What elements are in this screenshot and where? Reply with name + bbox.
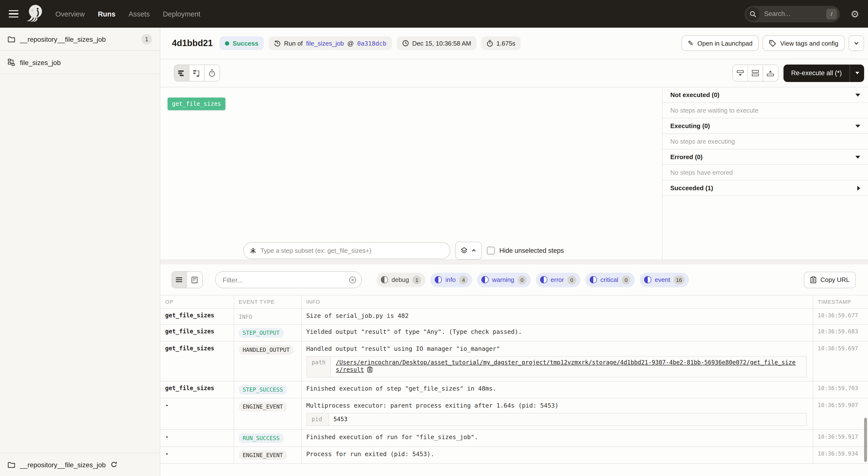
level-toggle-critical[interactable]: critical 0 xyxy=(585,272,635,287)
sidebar-footer-repository[interactable]: __repository__file_sizes_job xyxy=(0,453,160,476)
hide-unselected-checkbox[interactable] xyxy=(487,246,495,255)
tag-icon xyxy=(769,39,776,47)
level-toggle-debug[interactable]: debug 1 xyxy=(376,272,426,287)
left-sidebar: __repository__file_sizes_job 1 file_size… xyxy=(0,28,160,476)
nav-link-runs[interactable]: Runs xyxy=(98,10,116,18)
section-succeeded[interactable]: Succeeded (1) xyxy=(662,180,868,196)
step-subset-input[interactable] xyxy=(260,247,444,254)
search-input[interactable] xyxy=(760,10,826,18)
sidebar-repo-count-badge: 1 xyxy=(141,34,152,44)
nav-link-overview[interactable]: Overview xyxy=(55,10,85,18)
log-structured-view-button[interactable] xyxy=(187,272,202,288)
step-subset-field[interactable] xyxy=(243,242,450,259)
log-scrollbar-thumb[interactable] xyxy=(864,418,867,462)
chevron-down-icon xyxy=(854,40,859,46)
open-in-launchpad-button[interactable]: ✎ Open in Launchpad xyxy=(681,35,759,51)
output-path-link[interactable]: /Users/erincochran/Desktop/asset_tutoria… xyxy=(336,359,796,373)
event-type-badge: STEP_SUCCESS xyxy=(239,385,287,395)
hamburger-menu-icon[interactable] xyxy=(9,10,19,18)
copy-path-icon[interactable] xyxy=(367,366,373,375)
copy-url-button[interactable]: Copy URL xyxy=(804,271,856,288)
column-header-op: OP xyxy=(160,295,234,308)
dagster-logo-icon[interactable] xyxy=(25,3,45,25)
flat-bars-icon xyxy=(178,70,186,76)
log-list-view-button[interactable] xyxy=(172,272,187,288)
level-toggle-info[interactable]: info 4 xyxy=(430,272,472,287)
toggle-icon xyxy=(590,276,597,283)
log-row[interactable]: - ENGINE_EVENT Process for run exited (p… xyxy=(160,447,868,464)
level-count-badge: 16 xyxy=(674,275,685,284)
sidebar-repo-label: __repository__file_sizes_job xyxy=(20,35,106,43)
level-toggle-event[interactable]: event 16 xyxy=(640,272,689,287)
section-executing[interactable]: Executing (0) xyxy=(662,118,868,134)
toggle-icon xyxy=(644,276,651,283)
log-row[interactable]: - RUN_SUCCESS Finished execution of run … xyxy=(160,430,868,447)
sidebar-item-repository[interactable]: __repository__file_sizes_job 1 xyxy=(0,28,160,51)
run-of-pill: Run of file_sizes_job @ 0a318dcb xyxy=(269,36,392,50)
pencil-icon: ✎ xyxy=(688,39,693,47)
folder-icon xyxy=(8,461,15,468)
section-errored[interactable]: Errored (0) xyxy=(662,149,868,165)
metadata-value: 5453 xyxy=(328,413,806,426)
event-type-badge: ENGINE_EVENT xyxy=(239,450,287,460)
column-header-info: INFO xyxy=(301,295,813,308)
gantt-flat-view-button[interactable] xyxy=(175,65,189,81)
log-toolbar: debug 1 info 4 warning 0 xyxy=(160,265,868,288)
gear-icon[interactable]: ⚙ xyxy=(850,9,859,19)
job-graph-icon xyxy=(8,59,15,66)
event-type-badge: HANDLED_OUTPUT xyxy=(239,345,293,355)
view-tags-config-button[interactable]: View tags and config xyxy=(763,35,845,51)
search-shortcut-chip: / xyxy=(826,8,837,19)
log-row[interactable]: get_file_sizes HANDLED_OUTPUT Handled ou… xyxy=(160,341,868,381)
split-panels-button[interactable] xyxy=(748,65,763,81)
reload-icon[interactable] xyxy=(111,462,117,468)
hide-unselected-steps-control[interactable]: Hide unselected steps xyxy=(487,246,564,255)
header-more-actions-button[interactable] xyxy=(848,35,864,51)
gantt-chart-area[interactable]: get_file_sizes Hide unselected steps xyxy=(160,87,662,260)
gantt-step-node[interactable]: get_file_sizes xyxy=(167,98,225,110)
log-row[interactable]: get_file_sizes STEP_SUCCESS Finished exe… xyxy=(160,381,868,398)
reexecute-all-button[interactable]: Re-execute all (*) xyxy=(783,64,864,82)
log-table-header: OP EVENT TYPE INFO TIMESTAMP xyxy=(160,295,868,308)
clear-filter-icon[interactable] xyxy=(349,276,356,283)
metadata-key: path xyxy=(307,356,331,377)
run-datetime-pill: Dec 15, 10:36:58 AM xyxy=(397,36,476,50)
event-type-badge: ENGINE_EVENT xyxy=(239,402,287,411)
section-not-executed[interactable]: Not executed (0) xyxy=(662,87,868,103)
log-level-filters: debug 1 info 4 warning 0 xyxy=(376,272,689,287)
toggle-icon xyxy=(435,276,442,283)
nav-link-deployment[interactable]: Deployment xyxy=(163,10,200,18)
job-link[interactable]: file_sizes_job xyxy=(306,39,344,47)
search-icon xyxy=(746,7,760,21)
level-count-badge: 0 xyxy=(518,275,526,284)
toggle-icon xyxy=(381,276,388,283)
section-executing-empty: No steps are executing xyxy=(662,134,868,149)
structured-log-icon xyxy=(191,276,198,283)
log-row[interactable]: get_file_sizes INFO Size of serial_job.p… xyxy=(160,308,868,325)
log-filter-field[interactable] xyxy=(215,271,362,288)
log-row[interactable]: - ENGINE_EVENT Multiprocess executor: pa… xyxy=(160,398,868,430)
gantt-timed-view-button[interactable] xyxy=(205,65,220,81)
snapshot-link[interactable]: 0a318dcb xyxy=(357,39,386,47)
level-count-badge: 0 xyxy=(567,275,576,284)
global-search[interactable]: / xyxy=(745,6,840,22)
nav-link-assets[interactable]: Assets xyxy=(128,10,150,18)
collapse-bottom-panel-button[interactable] xyxy=(733,65,748,81)
log-row[interactable]: get_file_sizes STEP_OUTPUT Yielded outpu… xyxy=(160,325,868,341)
panel-splitter[interactable] xyxy=(160,260,868,265)
reexecute-dropdown-button[interactable] xyxy=(849,64,864,82)
sidebar-footer-label: __repository__file_sizes_job xyxy=(20,461,106,469)
nav-links: Overview Runs Assets Deployment xyxy=(55,10,200,18)
run-id-title: 4d1bbd21 xyxy=(172,38,213,48)
level-toggle-error[interactable]: error 0 xyxy=(535,272,581,287)
expand-top-panel-button[interactable] xyxy=(763,65,778,81)
level-toggle-warning[interactable]: warning 0 xyxy=(477,272,531,287)
gantt-waterfall-view-button[interactable] xyxy=(189,65,205,81)
chevron-up-icon xyxy=(471,248,476,253)
sidebar-item-job[interactable]: file_sizes_job xyxy=(0,51,160,74)
log-filter-input[interactable] xyxy=(222,276,349,283)
waterfall-icon xyxy=(193,69,200,77)
graph-query-options-button[interactable] xyxy=(455,242,482,260)
column-header-timestamp: TIMESTAMP xyxy=(813,295,868,308)
toggle-icon xyxy=(482,276,489,283)
